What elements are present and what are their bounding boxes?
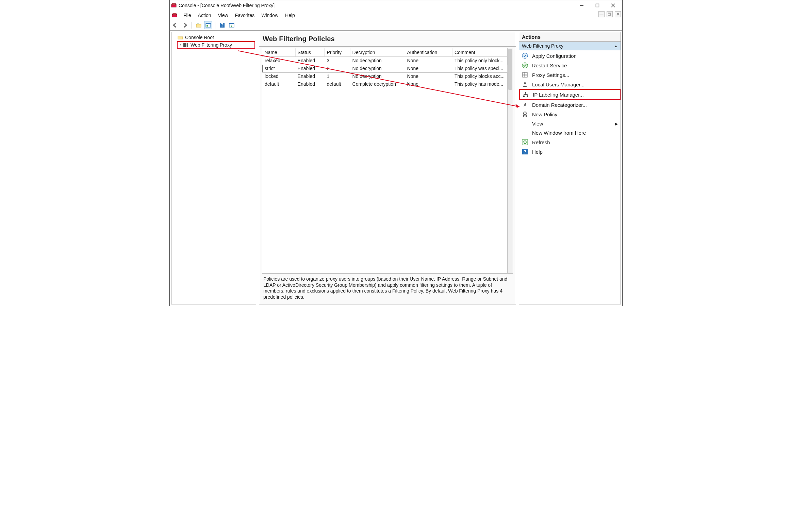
policies-table: NameStatusPriorityDecryptionAuthenticati…: [262, 48, 507, 88]
action-help[interactable]: ?Help: [519, 147, 621, 156]
actions-pane: Actions Web Filtering Proxy ▲ Apply Conf…: [519, 32, 621, 304]
column-header[interactable]: Priority: [325, 48, 350, 57]
actions-group-header[interactable]: Web Filtering Proxy ▲: [519, 42, 621, 50]
table-row[interactable]: lockedEnabled1No decryptionNoneThis poli…: [263, 72, 507, 80]
menubar: FileActionViewFavoritesWindowHelp — ✕: [170, 11, 622, 20]
table-row[interactable]: defaultEnableddefaultComplete decryption…: [263, 80, 507, 88]
action-new-policy[interactable]: New Policy: [519, 110, 621, 119]
scrollbar-thumb[interactable]: [508, 49, 512, 90]
action-new-window-from-here[interactable]: New Window from Here: [519, 128, 621, 137]
cell-status: Enabled: [295, 80, 325, 88]
nav-back-button[interactable]: [171, 21, 179, 29]
column-header[interactable]: Name: [263, 48, 296, 57]
menu-file[interactable]: File: [180, 12, 195, 19]
collapse-icon: ▲: [614, 44, 618, 48]
svg-text:?: ?: [524, 149, 527, 154]
svg-point-31: [524, 112, 526, 115]
maximize-button[interactable]: [590, 0, 605, 11]
scrollbar-vertical[interactable]: [507, 48, 513, 273]
column-header[interactable]: Authentication: [405, 48, 452, 57]
tree: Console Root › Web Filtering Proxy: [171, 32, 256, 50]
action-local-users-manager[interactable]: Local Users Manager...: [519, 80, 621, 89]
action-label: New Window from Here: [532, 130, 586, 136]
toolbar-separator: [192, 22, 192, 29]
menu-help[interactable]: Help: [282, 12, 298, 19]
action-ip-labeling-manager[interactable]: IP Labeling Manager...: [519, 89, 621, 100]
up-one-level-button[interactable]: [195, 21, 203, 29]
menu-action[interactable]: Action: [195, 12, 215, 19]
action-label: Help: [532, 149, 543, 155]
svg-rect-3: [596, 4, 599, 7]
ribbon-icon: [522, 111, 528, 117]
svg-rect-7: [173, 13, 176, 15]
action-refresh[interactable]: Refresh: [519, 137, 621, 147]
toolbar-separator: [215, 22, 215, 29]
mdi-close-button[interactable]: ✕: [615, 11, 621, 17]
mdi-restore-button[interactable]: [607, 11, 613, 17]
snapin-icon: [183, 42, 188, 48]
action-label: Restart Service: [532, 63, 567, 68]
chevron-right-icon: ▶: [615, 121, 618, 126]
minimize-button[interactable]: [574, 0, 590, 11]
cell-priority: 2: [325, 65, 350, 72]
action-label: View: [532, 121, 543, 127]
cell-decryption: No decryption: [350, 65, 405, 72]
mmc-icon: [172, 13, 177, 18]
refresh-icon: [522, 139, 528, 145]
action-proxy-settings[interactable]: Proxy Settings...: [519, 70, 621, 80]
cell-comment: This policy has mode...: [452, 80, 507, 88]
tree-root[interactable]: Console Root: [172, 34, 255, 41]
column-header[interactable]: Comment: [452, 48, 507, 57]
svg-rect-1: [172, 3, 176, 5]
menu-view[interactable]: View: [215, 12, 232, 19]
tree-root-label: Console Root: [184, 35, 215, 40]
action-label: Local Users Manager...: [532, 82, 584, 87]
action-label: IP Labeling Manager...: [533, 92, 584, 98]
show-hide-action-pane-button[interactable]: [228, 21, 236, 29]
settings-grid-icon: [522, 72, 528, 78]
column-header[interactable]: Status: [295, 48, 325, 57]
svg-rect-32: [522, 139, 528, 145]
page-title: Web Filtering Policies: [263, 35, 512, 43]
action-apply-configuration[interactable]: Apply Configuration: [519, 51, 621, 61]
action-label: Domain Recategorizer...: [532, 102, 587, 108]
action-label: Refresh: [532, 139, 550, 145]
tree-expand-icon[interactable]: ›: [178, 42, 183, 48]
close-button[interactable]: [605, 0, 621, 11]
cell-comment: This policy blocks acc...: [452, 72, 507, 80]
policies-description: Policies are used to organize proxy user…: [262, 273, 513, 301]
menu-window[interactable]: Window: [258, 12, 282, 19]
tree-child-label: Web Filtering Proxy: [190, 42, 233, 48]
help-button[interactable]: ?: [218, 21, 226, 29]
tree-web-filtering-proxy[interactable]: › Web Filtering Proxy: [177, 41, 255, 49]
menu-favorites[interactable]: Favorites: [232, 12, 258, 19]
mdi-minimize-button[interactable]: —: [598, 11, 605, 17]
cell-name: relaxed: [263, 57, 296, 65]
svg-rect-18: [183, 43, 185, 47]
svg-rect-9: [608, 13, 610, 16]
center-header: Web Filtering Policies: [259, 32, 516, 47]
table-row[interactable]: strictEnabled2No decryptionNoneThis poli…: [263, 65, 507, 72]
cell-auth: None: [405, 65, 452, 72]
window-title: Console - [Console Root\Web Filtering Pr…: [179, 3, 574, 8]
cell-auth: None: [405, 57, 452, 65]
mdi-controls: — ✕: [598, 11, 621, 17]
action-domain-recategorizer[interactable]: Domain Recategorizer...: [519, 100, 621, 110]
column-header[interactable]: Decryption: [350, 48, 405, 57]
action-restart-service[interactable]: Restart Service: [519, 61, 621, 70]
policies-list[interactable]: NameStatusPriorityDecryptionAuthenticati…: [262, 48, 513, 273]
show-hide-tree-button[interactable]: [204, 21, 212, 29]
cell-name: locked: [263, 72, 296, 80]
table-row[interactable]: relaxedEnabled3No decryptionNoneThis pol…: [263, 57, 507, 65]
help-icon: ?: [522, 149, 528, 155]
svg-text:?: ?: [221, 22, 224, 28]
svg-rect-20: [187, 43, 188, 47]
action-view[interactable]: View▶: [519, 119, 621, 128]
svg-point-27: [524, 82, 526, 84]
nav-forward-button[interactable]: [181, 21, 189, 29]
check-blue-icon: [522, 53, 528, 59]
body: Console Root › Web Filtering Proxy Web F…: [170, 30, 622, 306]
app-icon: [171, 3, 177, 8]
toolbar: ?: [170, 20, 622, 30]
app-window: Console - [Console Root\Web Filtering Pr…: [169, 0, 623, 306]
